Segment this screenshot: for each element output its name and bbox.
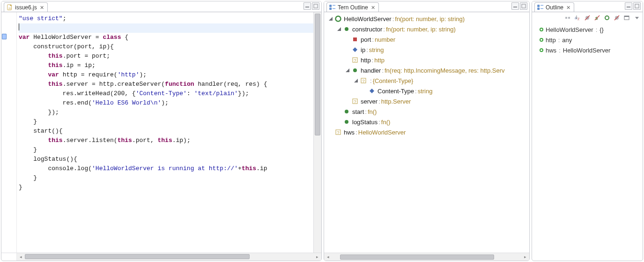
svg-text:?: ?: [354, 58, 356, 63]
unknown-icon: ?: [360, 77, 367, 84]
scroll-left-button[interactable]: ◂: [324, 253, 332, 261]
svg-rect-8: [513, 7, 517, 7]
tern-node[interactable]: HelloWorldServer : fn(port: number, ip: …: [326, 14, 529, 24]
method-icon: [343, 118, 350, 126]
minimize-view-button[interactable]: [303, 2, 311, 10]
svg-rect-4: [330, 5, 332, 7]
expand-icon-open[interactable]: [353, 77, 359, 84]
sort-button[interactable]: az: [573, 14, 582, 22]
outline-item[interactable]: http : any: [534, 35, 642, 45]
close-icon[interactable]: ✕: [566, 5, 570, 11]
tern-node[interactable]: ?http : http: [326, 55, 529, 65]
tern-node-label: ip: [361, 46, 365, 53]
outline-icon: [329, 4, 336, 11]
horizontal-scroll-thumb[interactable]: [25, 254, 250, 259]
expand-icon-open[interactable]: [327, 15, 334, 22]
unknown-icon: ?: [351, 56, 359, 64]
tern-node[interactable]: port : number: [326, 34, 529, 45]
maximize-view-button[interactable]: [633, 2, 641, 10]
outline-toolbar: az s: [532, 12, 643, 23]
outline-item-label: http: [546, 37, 556, 44]
svg-rect-46: [624, 16, 629, 17]
tern-node[interactable]: start : fn(): [326, 106, 529, 117]
svg-rect-33: [540, 8, 543, 9]
svg-rect-32: [538, 8, 540, 10]
unknown-icon: ?: [334, 128, 342, 136]
tern-node[interactable]: ip : string: [326, 45, 529, 55]
svg-rect-3: [314, 4, 318, 8]
horizontal-scroll-thumb[interactable]: [340, 255, 494, 260]
tern-node[interactable]: ?server : http.Server: [326, 96, 529, 106]
hide-fields-button[interactable]: [583, 14, 592, 22]
view-menu-button[interactable]: [632, 14, 641, 22]
tern-node[interactable]: ?hws : HelloWorldServer: [326, 127, 529, 137]
svg-marker-20: [354, 79, 358, 82]
svg-point-11: [336, 16, 341, 22]
svg-marker-15: [353, 47, 357, 52]
minimize-view-button[interactable]: [625, 2, 632, 10]
svg-rect-5: [333, 5, 335, 6]
editor-gutter[interactable]: [1, 12, 17, 253]
field-blue-icon: [368, 87, 376, 95]
filter-public-button[interactable]: [603, 14, 611, 22]
maximize-view-button[interactable]: [312, 2, 319, 10]
outline-item[interactable]: hws : HelloWorldServer: [534, 45, 642, 55]
svg-text:?: ?: [363, 79, 365, 83]
code-text-area[interactable]: "use strict";var HelloWorldServer = clas…: [17, 12, 313, 253]
tern-node-label: logStatus: [352, 119, 378, 126]
tern-tab[interactable]: Tern Outline ✕: [326, 2, 379, 12]
tern-node-type: http: [374, 57, 385, 64]
scroll-right-button[interactable]: ▸: [521, 253, 529, 261]
svg-rect-35: [635, 4, 639, 8]
outline-tab-label: Outline: [546, 4, 563, 11]
close-icon[interactable]: ✕: [40, 5, 44, 11]
tern-node-label: constructor: [352, 26, 382, 33]
expand-icon-open[interactable]: [344, 67, 351, 74]
svg-marker-12: [337, 27, 341, 31]
tern-node[interactable]: Content-Type : string: [326, 86, 529, 96]
var-icon: [540, 28, 543, 31]
vertical-scrollbar[interactable]: [313, 12, 321, 253]
minimize-view-button[interactable]: [511, 2, 519, 10]
tern-node-type: string: [418, 88, 433, 95]
tern-node-type: {Content-Type}: [373, 77, 414, 84]
tern-node-label: Content-Type: [378, 88, 414, 95]
tern-node-type: string: [369, 46, 384, 53]
hide-static-button[interactable]: s: [593, 14, 601, 22]
outline-list[interactable]: HelloWorldServer : {}http : anyhws : Hel…: [532, 23, 643, 56]
tern-tree[interactable]: HelloWorldServer : fn(port: number, ip: …: [324, 12, 529, 137]
svg-rect-14: [353, 37, 357, 41]
horizontal-scrollbar[interactable]: ◂ ▸: [17, 253, 321, 261]
field-blue-icon: [351, 46, 359, 53]
tern-horizontal-scrollbar[interactable]: ◂ ▸: [324, 253, 529, 261]
svg-text:?: ?: [337, 130, 340, 135]
scroll-left-button[interactable]: ◂: [17, 253, 25, 261]
svg-marker-18: [346, 68, 349, 72]
collapse-all-button[interactable]: [563, 14, 572, 22]
svg-rect-7: [333, 8, 335, 9]
svg-marker-10: [329, 17, 333, 21]
gutter-annotation[interactable]: [2, 34, 7, 39]
link-editor-button[interactable]: [622, 14, 631, 22]
tern-node[interactable]: handler : fn(req: http.IncomingMessage, …: [326, 65, 529, 75]
editor-tab-issue6[interactable]: JS issue6.js ✕: [4, 2, 48, 12]
vertical-scroll-thumb[interactable]: [315, 14, 320, 135]
outline-item[interactable]: HelloWorldServer : {}: [534, 24, 642, 35]
hide-nonpublic-button[interactable]: [613, 14, 621, 22]
outline-tab[interactable]: Outline ✕: [534, 2, 574, 12]
expand-icon-open[interactable]: [336, 26, 342, 32]
tern-node[interactable]: logStatus : fn(): [326, 117, 529, 127]
method-icon: [351, 67, 359, 74]
outline-pane: Outline ✕ az s HelloWorldServer : {}http…: [532, 1, 643, 261]
maximize-view-button[interactable]: [520, 2, 527, 10]
close-icon[interactable]: ✕: [371, 5, 375, 11]
tern-node-label: start: [352, 108, 364, 115]
svg-rect-31: [540, 5, 543, 6]
tern-node[interactable]: ? : {Content-Type}: [326, 75, 529, 86]
var-icon: [540, 38, 543, 42]
tern-node[interactable]: constructor : fn(port: number, ip: strin…: [326, 24, 529, 34]
outline-tabbar: Outline ✕: [532, 1, 643, 12]
outline-item-type: HelloWorldServer: [563, 47, 611, 54]
outline-item-type: any: [562, 37, 572, 44]
scroll-right-button[interactable]: ▸: [313, 253, 321, 261]
